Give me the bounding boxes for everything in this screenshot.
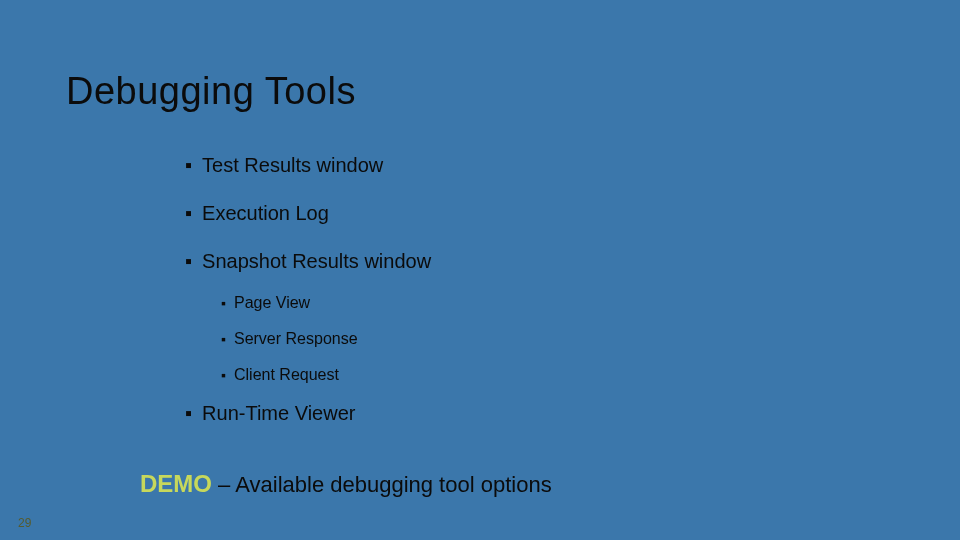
demo-label: DEMO xyxy=(140,470,212,497)
slide-content: ▪ Test Results window ▪ Execution Log ▪ … xyxy=(185,152,885,448)
bullet-item: ▪ Snapshot Results window xyxy=(185,248,885,274)
bullet-marker-icon: ▪ xyxy=(221,328,226,350)
sub-bullet-group: ▪ Page View ▪ Server Response ▪ Client R… xyxy=(221,292,885,386)
sub-bullet-text: Client Request xyxy=(234,364,339,386)
slide: Debugging Tools ▪ Test Results window ▪ … xyxy=(0,0,960,540)
demo-line: DEMO – Available debugging tool options xyxy=(140,470,552,498)
slide-title: Debugging Tools xyxy=(66,70,356,113)
page-number: 29 xyxy=(18,516,31,530)
sub-bullet-item: ▪ Page View xyxy=(221,292,885,314)
bullet-marker-icon: ▪ xyxy=(221,292,226,314)
sub-bullet-text: Page View xyxy=(234,292,310,314)
sub-bullet-text: Server Response xyxy=(234,328,358,350)
bullet-marker-icon: ▪ xyxy=(185,152,192,178)
bullet-text: Run-Time Viewer xyxy=(202,400,355,426)
bullet-text: Test Results window xyxy=(202,152,383,178)
bullet-text: Snapshot Results window xyxy=(202,248,431,274)
bullet-marker-icon: ▪ xyxy=(185,200,192,226)
bullet-marker-icon: ▪ xyxy=(185,248,192,274)
bullet-item: ▪ Test Results window xyxy=(185,152,885,178)
sub-bullet-item: ▪ Client Request xyxy=(221,364,885,386)
demo-text: – Available debugging tool options xyxy=(212,472,552,497)
bullet-item: ▪ Run-Time Viewer xyxy=(185,400,885,426)
bullet-marker-icon: ▪ xyxy=(185,400,192,426)
bullet-marker-icon: ▪ xyxy=(221,364,226,386)
sub-bullet-item: ▪ Server Response xyxy=(221,328,885,350)
bullet-item: ▪ Execution Log xyxy=(185,200,885,226)
bullet-text: Execution Log xyxy=(202,200,329,226)
